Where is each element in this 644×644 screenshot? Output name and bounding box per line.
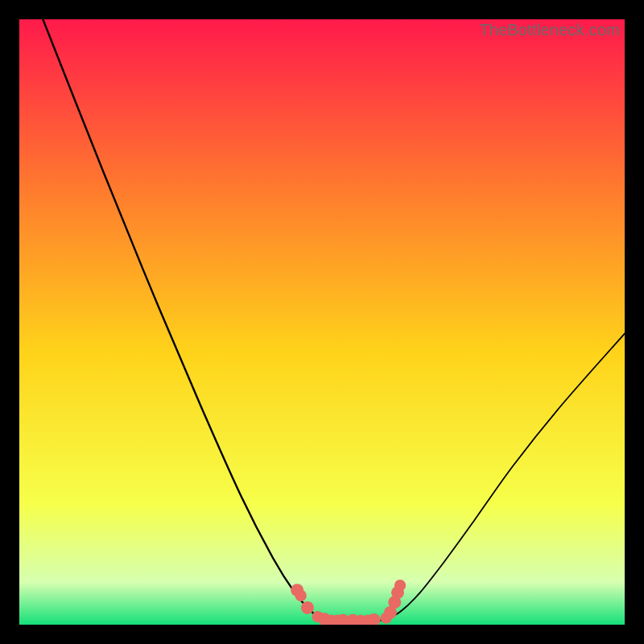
chart-stage: TheBottleneck.com <box>0 0 644 644</box>
marker-dot <box>394 580 406 591</box>
marker-dot <box>301 601 314 614</box>
chart-curves-layer <box>19 19 625 625</box>
curve-right <box>362 333 625 621</box>
plot-area: TheBottleneck.com <box>19 19 625 625</box>
curve-left <box>43 19 345 621</box>
marker-dot <box>295 590 307 601</box>
floor-markers <box>291 580 406 625</box>
